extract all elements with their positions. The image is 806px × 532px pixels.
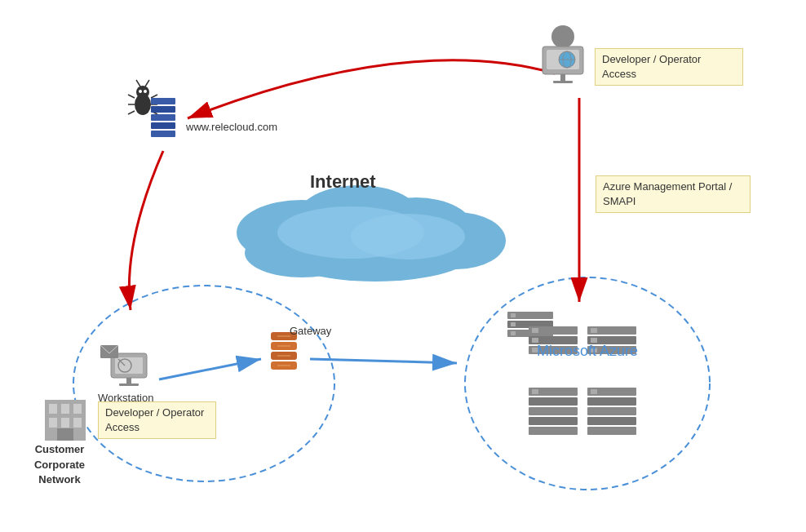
svg-rect-77: [587, 417, 636, 425]
svg-rect-72: [529, 427, 578, 435]
svg-rect-23: [151, 106, 175, 113]
svg-rect-79: [591, 389, 597, 394]
svg-rect-24: [151, 114, 175, 121]
azure-circle: [465, 277, 710, 490]
gateway-label: Gateway: [290, 325, 331, 337]
svg-rect-70: [529, 407, 578, 415]
svg-rect-39: [119, 383, 139, 386]
svg-rect-22: [151, 98, 175, 104]
svg-point-27: [551, 25, 574, 48]
svg-rect-65: [591, 328, 597, 333]
red-arrow-www-to-workstation: [129, 151, 163, 310]
svg-rect-34: [560, 74, 565, 81]
svg-rect-86: [73, 418, 82, 428]
svg-line-18: [128, 111, 135, 114]
svg-rect-82: [61, 404, 69, 414]
svg-rect-76: [587, 407, 636, 415]
svg-point-11: [136, 86, 149, 99]
internet-cloud: [237, 185, 506, 282]
svg-point-7: [351, 214, 465, 259]
svg-rect-53: [511, 313, 516, 317]
svg-rect-55: [511, 331, 516, 335]
svg-rect-54: [511, 322, 516, 326]
azure-label: Microsoft Azure: [522, 343, 653, 360]
svg-rect-85: [61, 418, 69, 428]
svg-line-19: [151, 95, 157, 98]
svg-rect-38: [126, 378, 131, 383]
svg-line-16: [128, 95, 135, 98]
svg-rect-59: [532, 328, 538, 333]
svg-rect-69: [529, 397, 578, 406]
www-label: www.relecloud.com: [186, 121, 277, 133]
svg-line-14: [136, 80, 140, 86]
blue-arrow-gateway-to-azure: [310, 359, 457, 363]
developer-icon-top: [542, 25, 583, 83]
svg-rect-83: [73, 404, 82, 414]
internet-label: Internet: [310, 171, 376, 193]
corporate-network-label: Customer Corporate Network: [23, 442, 96, 487]
azure-management-label: Azure Management Portal / SMAPI: [596, 175, 751, 213]
diagram: Internet Microsoft Azure www.relecloud.c…: [0, 0, 806, 532]
svg-rect-87: [57, 428, 73, 441]
svg-point-13: [144, 90, 147, 93]
developer-operator-label-bottom: Developer / Operator Access: [98, 401, 216, 439]
svg-rect-81: [49, 404, 57, 414]
svg-point-12: [139, 90, 142, 93]
azure-server-bottom-right: [587, 388, 636, 435]
svg-line-15: [145, 80, 149, 86]
svg-rect-78: [587, 427, 636, 435]
svg-rect-73: [532, 389, 538, 394]
blue-arrow-workstation-to-gateway: [159, 359, 261, 379]
gateway-icon: [271, 332, 297, 370]
workstation-icon: [100, 345, 147, 386]
corporate-network-circle: [73, 286, 334, 481]
web-server-icon: [151, 98, 175, 137]
svg-rect-71: [529, 417, 578, 425]
svg-rect-26: [151, 131, 175, 137]
svg-rect-25: [151, 122, 175, 129]
svg-rect-84: [49, 418, 57, 428]
azure-server-bottom-left: [529, 388, 578, 435]
developer-operator-label-top: Developer / Operator Access: [595, 48, 743, 86]
corporate-building-icon: [45, 400, 86, 441]
svg-rect-35: [553, 81, 573, 83]
red-arrow-to-www: [188, 60, 555, 118]
svg-rect-75: [587, 397, 636, 406]
